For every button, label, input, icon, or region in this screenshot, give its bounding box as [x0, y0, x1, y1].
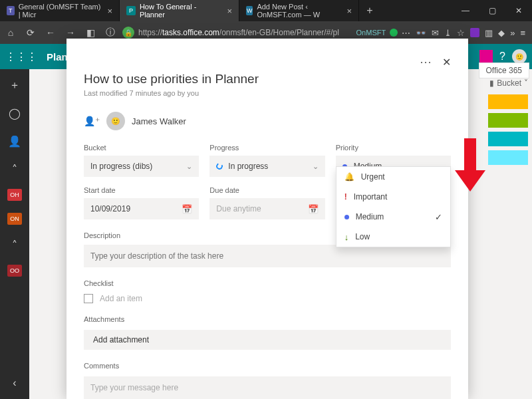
new-tab-button[interactable]: + [359, 0, 380, 21]
extension-dot-icon[interactable] [390, 29, 398, 37]
close-icon[interactable]: × [107, 6, 112, 16]
checkbox-icon[interactable] [84, 294, 93, 303]
bucket-field: Bucket In progress (dibs)⌄ [84, 144, 199, 177]
reload-icon[interactable]: ⟳ [23, 25, 39, 41]
plan-tile-on[interactable]: ON [7, 213, 22, 225]
priority-dropdown: 🔔Urgent !Important Medium✓ ↓Low [336, 166, 451, 247]
hub-icon[interactable]: ◯ [7, 105, 23, 121]
field-label: Priority [336, 144, 451, 152]
assignee-name: James Walker [132, 116, 186, 126]
menu-icon[interactable]: ≡ [520, 28, 525, 38]
close-icon[interactable]: × [346, 6, 352, 16]
close-icon[interactable]: × [227, 6, 232, 16]
browser-tab-2[interactable]: P How To General - Planner × [120, 0, 239, 21]
checklist-label: Checklist [84, 279, 451, 287]
chevron-left-icon[interactable]: ‹ [7, 375, 23, 391]
wordpress-favicon-icon: W [246, 6, 253, 15]
tab-label: General (OnMSFT Team) | Micr [19, 3, 104, 19]
dialog-subtitle: Last modified 7 minutes ago by you [84, 89, 451, 97]
startdate-input[interactable]: 10/09/2019📅 [84, 198, 199, 219]
dialog-title[interactable]: How to use priorities in Planner [84, 72, 451, 86]
assignee-row[interactable]: 👤⁺ 🙂 James Walker [84, 112, 451, 130]
app-launcher-icon[interactable]: ⋮⋮⋮ [5, 51, 37, 63]
more-options-icon[interactable]: ⋯ [420, 55, 433, 69]
home-icon[interactable]: ⌂ [3, 25, 19, 41]
field-label: Bucket [84, 144, 199, 152]
priority-field: Priority Medium⌄ 🔔Urgent !Important Medi… [336, 144, 451, 177]
tab-label: How To General - Planner [140, 3, 223, 19]
overflow-icon[interactable]: » [510, 28, 515, 38]
close-dialog-button[interactable]: ✕ [442, 56, 451, 68]
toolbar-icons: ⋯ 👓 ✉ ⤓ ☆ ▥ ◆ » ≡ [402, 28, 529, 38]
tab-label: Add New Post ‹ OnMSFT.com — W [257, 3, 342, 19]
download-icon[interactable]: ⤓ [444, 28, 452, 38]
priority-option-urgent[interactable]: 🔔Urgent [336, 167, 450, 187]
url-field[interactable]: https://tasks.office.com/onmsft/en-GB/Ho… [138, 28, 352, 37]
mail-icon[interactable]: ✉ [432, 28, 439, 38]
urgent-icon: 🔔 [344, 172, 354, 182]
calendar-icon: 📅 [308, 204, 319, 214]
plan-tile-oo[interactable]: OO [7, 265, 22, 277]
progress-ring-icon [215, 162, 224, 171]
browser-tab-1[interactable]: T General (OnMSFT Team) | Micr × [0, 0, 120, 21]
duedate-field: Due date Due anytime📅 [209, 186, 325, 219]
left-rail: ＋ ◯ 👤 ˄ OH ON ˄ OO ‹ [0, 69, 29, 399]
new-plan-icon[interactable]: ＋ [7, 77, 23, 93]
lock-icon[interactable]: 🔒 [122, 27, 134, 39]
help-icon[interactable]: ? [499, 51, 505, 63]
checklist-placeholder: Add an item [100, 294, 142, 303]
important-icon: ! [344, 192, 347, 201]
close-window-button[interactable]: ✕ [505, 0, 532, 21]
field-label: Start date [84, 186, 199, 194]
minimize-button[interactable]: ― [452, 0, 479, 21]
chevron-down-icon: ⌄ [313, 162, 319, 171]
add-attachment-button[interactable]: Add attachment [84, 330, 451, 350]
browser-titlebar: T General (OnMSFT Team) | Micr × P How T… [0, 0, 532, 21]
priority-option-medium[interactable]: Medium✓ [336, 207, 450, 227]
description-input[interactable] [84, 245, 451, 267]
priority-option-low[interactable]: ↓Low [336, 227, 450, 247]
notification-tile[interactable] [479, 50, 493, 63]
star-icon[interactable]: ☆ [457, 28, 465, 38]
comment-input[interactable]: Type your message here [84, 376, 451, 399]
library-icon[interactable]: ▥ [485, 28, 493, 38]
maximize-button[interactable]: ▢ [479, 0, 505, 21]
collapse-up-icon[interactable]: ˄ [7, 161, 23, 177]
plan-tile-oh[interactable]: OH [7, 189, 22, 201]
bucket-select[interactable]: In progress (dibs)⌄ [84, 156, 199, 177]
low-icon: ↓ [344, 232, 349, 242]
calendar-icon: 📅 [182, 204, 192, 214]
reader-icon[interactable]: 👓 [416, 28, 426, 38]
field-label: Progress [209, 144, 325, 152]
progress-select[interactable]: In progress⌄ [209, 156, 325, 177]
attachments-label: Attachments [84, 315, 451, 323]
more-icon[interactable]: ⋯ [402, 28, 410, 38]
task-dialog: ⋯ ✕ How to use priorities in Planner Las… [66, 39, 468, 399]
window-controls: ― ▢ ✕ [452, 0, 532, 21]
startdate-field: Start date 10/09/2019📅 [84, 186, 199, 219]
medium-icon [344, 215, 349, 219]
checklist-add-row[interactable]: Add an item [84, 294, 451, 303]
extension-badge[interactable]: OnMSFT [356, 29, 386, 37]
chevron-down-icon: ⌄ [186, 162, 192, 171]
browser-tab-3[interactable]: W Add New Post ‹ OnMSFT.com — W × [239, 0, 359, 21]
assignee-avatar: 🙂 [106, 112, 125, 130]
planner-favicon-icon: P [126, 6, 136, 15]
extension-icon[interactable]: ◆ [498, 28, 505, 38]
browser-tabs: T General (OnMSFT Team) | Micr × P How T… [0, 0, 452, 21]
comments-label: Comments [84, 362, 451, 370]
priority-option-important[interactable]: !Important [336, 187, 450, 207]
onenote-icon[interactable] [470, 28, 479, 37]
teams-favicon-icon: T [7, 6, 15, 15]
my-tasks-icon[interactable]: 👤 [7, 133, 23, 149]
assign-icon: 👤⁺ [84, 116, 100, 126]
check-icon: ✓ [435, 212, 442, 222]
progress-field: Progress In progress⌄ [209, 144, 325, 177]
collapse-up-icon-2[interactable]: ˄ [7, 237, 23, 253]
field-label: Due date [209, 186, 325, 194]
back-icon[interactable]: ← [43, 25, 59, 41]
user-avatar[interactable]: 🙂 [512, 49, 527, 64]
duedate-input[interactable]: Due anytime📅 [209, 198, 325, 219]
